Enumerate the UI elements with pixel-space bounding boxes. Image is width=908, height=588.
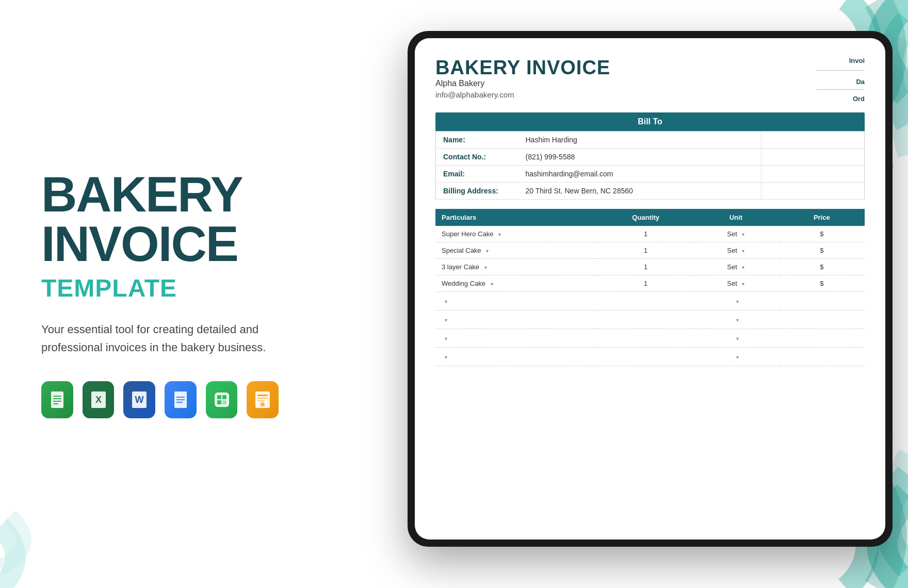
dropdown-arrow-empty: ▾ [445, 317, 447, 323]
word-icon: W [123, 381, 155, 418]
item-quantity: 1 [598, 275, 693, 292]
numbers-icon [206, 381, 238, 418]
item-price: $ [779, 275, 865, 292]
dropdown-arrow-empty: ▾ [445, 299, 447, 304]
items-table: Particulars Quantity Unit Price Super He… [435, 209, 865, 366]
item-price-empty [779, 329, 865, 348]
bakery-email: info@alphabakery.com [435, 90, 610, 99]
item-row: 3 layer Cake ▾ 1 Set ▾ $ [435, 259, 865, 275]
bill-to-row: Billing Address: 20 Third St. New Bern, … [436, 183, 865, 200]
tablet-device: BAKERY INVOICE Alpha Bakery info@alphaba… [408, 31, 893, 547]
order-label-right: Ord [803, 95, 865, 103]
svg-rect-13 [215, 393, 229, 407]
item-row: ▾ ▾ [435, 292, 865, 311]
google-sheets-icon [41, 381, 73, 418]
pages-icon [247, 381, 279, 418]
right-col-placeholder [761, 149, 865, 166]
dropdown-arrow-empty: ▾ [445, 354, 447, 360]
invoice-label-right: Invoi [803, 57, 865, 64]
svg-rect-17 [222, 400, 226, 404]
right-col-placeholder [761, 183, 865, 200]
svg-text:X: X [95, 395, 101, 405]
tablet-screen: BAKERY INVOICE Alpha Bakery info@alphaba… [415, 38, 885, 540]
description: Your essential tool for creating detaile… [41, 321, 279, 356]
right-col-placeholder [761, 166, 865, 183]
item-unit-empty: ▾ [693, 292, 779, 311]
item-row: ▾ ▾ [435, 311, 865, 329]
dropdown-arrow-unit-empty: ▾ [736, 317, 739, 323]
item-row: Super Hero Cake ▾ 1 Set ▾ $ [435, 226, 865, 242]
field-value: Hashim Harding [518, 132, 761, 149]
bill-to-section: Bill To Name: Hashim Harding Contact No.… [435, 112, 865, 200]
dropdown-arrow-empty: ▾ [445, 336, 447, 341]
item-unit-empty: ▾ [693, 311, 779, 329]
item-particular-empty: ▾ [435, 329, 598, 348]
svg-rect-16 [217, 400, 221, 404]
svg-rect-19 [257, 395, 268, 396]
dropdown-arrow-unit: ▾ [742, 232, 744, 237]
col-price: Price [779, 209, 865, 226]
svg-rect-20 [257, 398, 268, 399]
main-title-line1: BAKERY [41, 170, 279, 219]
svg-rect-14 [217, 395, 221, 399]
app-icons: X W [41, 381, 279, 418]
item-particular: Special Cake ▾ [435, 242, 598, 259]
bill-to-row: Name: Hashim Harding [436, 132, 865, 149]
svg-rect-11 [176, 399, 185, 400]
dropdown-arrow: ▾ [498, 232, 501, 237]
item-price: $ [779, 226, 865, 242]
item-row: Special Cake ▾ 1 Set ▾ $ [435, 242, 865, 259]
dropdown-arrow-unit-empty: ▾ [736, 299, 739, 304]
col-quantity: Quantity [598, 209, 693, 226]
item-unit-empty: ▾ [693, 329, 779, 348]
dollar-sign: $ [820, 280, 823, 287]
svg-rect-2 [53, 398, 61, 399]
field-value: hashimharding@email.com [518, 166, 761, 183]
item-particular-empty: ▾ [435, 311, 598, 329]
svg-text:W: W [135, 395, 144, 405]
dropdown-arrow-unit: ▾ [742, 281, 744, 287]
item-unit: Set ▾ [693, 259, 779, 275]
item-unit: Set ▾ [693, 275, 779, 292]
item-particular: Wedding Cake ▾ [435, 275, 598, 292]
item-price: $ [779, 242, 865, 259]
item-particular: 3 layer Cake ▾ [435, 259, 598, 275]
main-title: BAKERY INVOICE [41, 170, 279, 269]
bill-to-row: Contact No.: (821) 999-5588 [436, 149, 865, 166]
item-particular: Super Hero Cake ▾ [435, 226, 598, 242]
dropdown-arrow-unit-empty: ▾ [736, 336, 739, 341]
invoice-content: BAKERY INVOICE Alpha Bakery info@alphaba… [415, 38, 885, 540]
dropdown-arrow: ▾ [491, 281, 493, 287]
item-quantity-empty [598, 292, 693, 311]
svg-rect-3 [53, 401, 61, 402]
dropdown-arrow-unit-empty: ▾ [736, 354, 739, 360]
item-quantity: 1 [598, 242, 693, 259]
svg-rect-1 [53, 396, 61, 397]
bill-to-table: Name: Hashim Harding Contact No.: (821) … [435, 131, 865, 200]
field-label: Email: [436, 166, 518, 183]
dropdown-arrow: ▾ [486, 248, 489, 254]
left-panel: BAKERY INVOICE TEMPLATE Your essential t… [0, 0, 320, 588]
item-particular-empty: ▾ [435, 348, 598, 366]
item-quantity: 1 [598, 259, 693, 275]
field-label: Name: [436, 132, 518, 149]
svg-rect-4 [53, 403, 58, 404]
right-panel: BAKERY INVOICE Alpha Bakery info@alphaba… [356, 21, 908, 567]
bakery-name: Alpha Bakery [435, 79, 610, 88]
item-quantity-empty [598, 311, 693, 329]
svg-rect-0 [51, 391, 63, 408]
item-price-empty [779, 348, 865, 366]
item-row: ▾ ▾ [435, 348, 865, 366]
item-quantity: 1 [598, 226, 693, 242]
col-particulars: Particulars [435, 209, 598, 226]
google-docs-icon [165, 381, 197, 418]
bill-to-row: Email: hashimharding@email.com [436, 166, 865, 183]
item-row: ▾ ▾ [435, 329, 865, 348]
item-unit-empty: ▾ [693, 348, 779, 366]
field-value: 20 Third St. New Bern, NC 28560 [518, 183, 761, 200]
dropdown-arrow: ▾ [484, 265, 487, 270]
date-label-right: Da [803, 78, 865, 86]
item-unit: Set ▾ [693, 226, 779, 242]
item-quantity-empty [598, 348, 693, 366]
dollar-sign: $ [820, 230, 823, 238]
